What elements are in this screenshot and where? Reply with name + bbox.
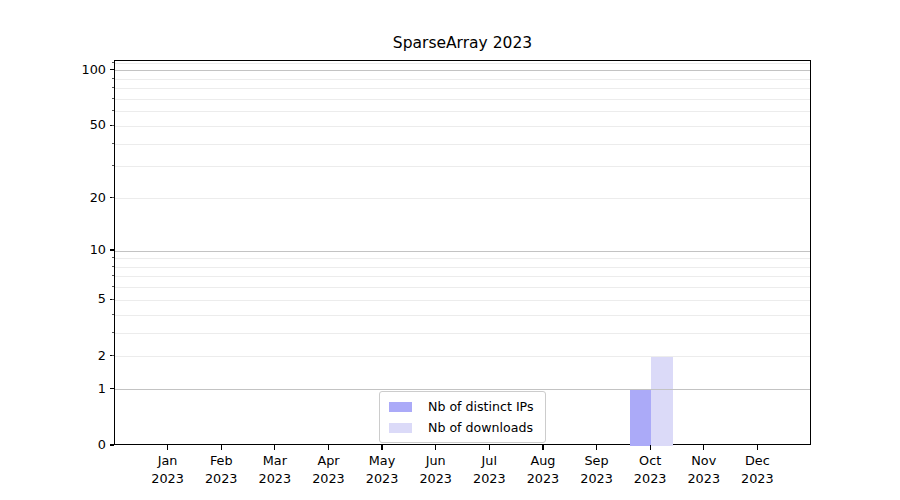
y-minor-tick-2: [112, 355, 115, 356]
y-gridline-major-1: [115, 389, 810, 390]
y-minor-tick-90: [112, 78, 115, 79]
x-tick-nov: [703, 445, 704, 450]
y-tick-1: [110, 388, 115, 389]
y-minor-tick-20: [112, 197, 115, 198]
x-tick-may: [381, 445, 382, 450]
legend-swatch-downloads: [389, 423, 412, 433]
legend-item-downloads: Nb of downloads: [389, 420, 534, 435]
y-tick-label-1: 1: [40, 382, 106, 395]
x-tick-label-dec: Dec 2023: [725, 452, 789, 488]
y-minor-tick-9: [112, 257, 115, 258]
x-tick-feb: [221, 445, 222, 450]
y-tick-label-5: 5: [40, 293, 106, 306]
figure: SparseArray 2023 Nb of distinct IPs Nb o…: [0, 0, 900, 500]
x-tick-jan: [167, 445, 168, 450]
y-tick-label-0: 0: [40, 439, 106, 452]
x-tick-oct: [650, 445, 651, 450]
y-tick-10: [110, 249, 115, 250]
y-tick-100: [110, 69, 115, 70]
y-minor-tick-60: [112, 110, 115, 111]
x-tick-aug: [542, 445, 543, 450]
y-tick-0: [110, 444, 115, 445]
y-minor-tick-8: [112, 266, 115, 267]
y-minor-tick-4: [112, 314, 115, 315]
legend: Nb of distinct IPs Nb of downloads: [379, 391, 546, 443]
y-tick-label-2: 2: [40, 349, 106, 362]
y-minor-tick-40: [112, 143, 115, 144]
y-minor-tick-30: [112, 165, 115, 166]
y-tick-label-10: 10: [40, 244, 106, 257]
y-tick-label-100: 100: [40, 63, 106, 76]
x-tick-apr: [328, 445, 329, 450]
y-minor-tick-3: [112, 332, 115, 333]
x-tick-jul: [489, 445, 490, 450]
y-minor-tick-7: [112, 275, 115, 276]
x-tick-dec: [757, 445, 758, 450]
legend-item-distinct-ips: Nb of distinct IPs: [389, 399, 534, 414]
legend-swatch-distinct-ips: [389, 402, 412, 412]
y-minor-tick-6: [112, 286, 115, 287]
legend-label-distinct-ips: Nb of distinct IPs: [428, 399, 534, 414]
y-minor-tick-50: [112, 125, 115, 126]
y-minor-tick-110: [112, 62, 115, 63]
y-minor-tick-5: [112, 299, 115, 300]
x-tick-sep: [596, 445, 597, 450]
y-minor-tick-80: [112, 87, 115, 88]
y-tick-label-20: 20: [40, 191, 106, 204]
x-tick-jun: [435, 445, 436, 450]
x-tick-mar: [274, 445, 275, 450]
major-gridlines: [115, 61, 810, 444]
y-gridline-major-10: [115, 251, 810, 252]
plot-area: Nb of distinct IPs Nb of downloads: [114, 60, 811, 445]
y-tick-label-50: 50: [40, 119, 106, 132]
y-gridline-major-100: [115, 70, 810, 71]
y-minor-tick-70: [112, 98, 115, 99]
legend-label-downloads: Nb of downloads: [428, 420, 533, 435]
chart-title: SparseArray 2023: [114, 36, 811, 52]
